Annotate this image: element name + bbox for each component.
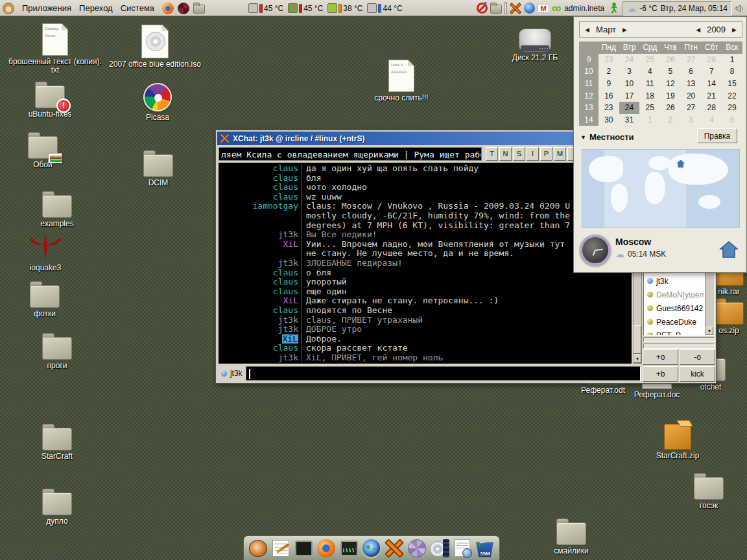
message-input[interactable] (246, 366, 641, 381)
desktop-icon-StarCraft.zip[interactable]: StarCraft.zip (629, 420, 726, 460)
swirl-tray-icon[interactable] (524, 3, 535, 14)
chat-nick[interactable]: iamnotgay (219, 202, 302, 211)
calendar-day[interactable]: 3 (681, 114, 702, 126)
scrollbar-thumb[interactable] (634, 325, 641, 354)
desktop-icon-DCIM[interactable]: DCIM (110, 149, 207, 187)
user-button-+b[interactable]: +b (643, 366, 678, 382)
calendar-day[interactable]: 14 (701, 78, 722, 90)
next-month-icon[interactable]: ▶ (622, 27, 627, 33)
chat-nick[interactable]: claus (219, 268, 302, 278)
prev-year-icon[interactable]: ◀ (696, 27, 700, 33)
calendar-day[interactable]: 18 (639, 89, 660, 102)
dock-text-editor-icon[interactable] (271, 538, 291, 558)
dock-system-monitor-icon[interactable] (339, 538, 359, 558)
user-button-+o[interactable]: +o (643, 349, 678, 365)
calendar-day[interactable]: 26 (660, 102, 681, 114)
desktop-icon-Диск 21,2 ГБ[interactable]: Диск 21,2 ГБ (486, 29, 584, 62)
desktop-icon-examples[interactable]: examples (8, 190, 106, 228)
calendar-day[interactable]: 25 (639, 102, 660, 114)
highlighted-nick[interactable]: XiL (282, 334, 298, 344)
dock-nautilus-shell-icon[interactable] (248, 538, 268, 558)
dock-trash-icon[interactable]: 39M (475, 538, 495, 558)
chat-nick[interactable]: jt3k (219, 230, 302, 240)
chat-nick[interactable]: XiL (219, 240, 302, 250)
dock-bulb-globe-icon[interactable] (362, 538, 382, 558)
calendar-day[interactable]: 30 (599, 114, 619, 126)
co-tray-icon[interactable]: co (552, 3, 560, 13)
chat-nick[interactable]: claus (219, 183, 302, 192)
sensor-applet-2[interactable]: 45 °C (288, 3, 323, 13)
chat-nick[interactable]: claus (219, 344, 302, 353)
chat-nick[interactable] (219, 211, 302, 221)
calendar-day-selected[interactable]: 24 (619, 102, 640, 114)
desktop-icon-брошенный текст (копия). txt[interactable]: CabbagЛогин:брошенный текст (копия). txt (6, 23, 104, 75)
chat-nick[interactable] (219, 249, 302, 259)
calendar-day[interactable]: 23 (599, 54, 619, 66)
calendar-day[interactable]: 26 (660, 54, 681, 66)
chat-nick[interactable]: claus (219, 277, 302, 287)
chat-nick[interactable]: claus (219, 287, 302, 297)
calendar-day[interactable]: 27 (681, 54, 702, 66)
chat-nick[interactable]: XiL (219, 296, 302, 306)
prev-month-icon[interactable]: ◀ (585, 27, 589, 33)
next-year-icon[interactable]: ▶ (732, 27, 737, 33)
calendar-day[interactable]: 29 (722, 102, 742, 114)
sensor-applet-1[interactable]: 45 °C (248, 3, 283, 13)
desktop-icon-Picasa[interactable]: Picasa (109, 83, 206, 122)
calendar-day[interactable]: 3 (619, 65, 640, 78)
calendar-day[interactable]: 21 (701, 89, 722, 102)
gmail-tray-icon[interactable]: M (538, 4, 549, 13)
user-button--o[interactable]: -o (680, 349, 715, 365)
channel-mode-button-M[interactable]: M (554, 147, 566, 161)
sensor-applet-3[interactable]: 38 °C (327, 3, 362, 13)
desktop-icon-дупло[interactable]: дупло (8, 487, 106, 526)
calendar-day[interactable]: 9 (599, 78, 619, 90)
chat-nick[interactable] (219, 221, 302, 231)
chat-nick[interactable]: jt3k (219, 325, 302, 334)
dock-writer-icon[interactable] (452, 538, 472, 558)
movie-player-launcher-icon[interactable] (178, 3, 189, 14)
user-button-kick[interactable]: kick (680, 366, 715, 382)
calendar-day[interactable]: 4 (639, 65, 660, 78)
desktop-icon-срочно слить!!![interactable]: Luke VAAAAAAсрочно слить!!! (353, 60, 450, 102)
calendar-day[interactable]: 16 (599, 89, 619, 102)
volume-icon[interactable] (735, 3, 745, 14)
user-list-item[interactable]: Guest669142 (644, 301, 714, 315)
userlist-entry-2[interactable] (643, 344, 715, 349)
channel-mode-button-T[interactable]: T (486, 147, 498, 161)
calendar-day[interactable]: 4 (701, 114, 722, 126)
topic-input[interactable]: ляем Ксила с овладеванием ящериками | Ру… (219, 147, 482, 161)
desktop-icon-StarCraft[interactable]: StarCraft (8, 423, 106, 461)
dock-movie-pinwheel-icon[interactable] (407, 538, 427, 558)
menu-Переход[interactable]: Переход (75, 1, 117, 15)
user-list-item[interactable]: jt3k (644, 274, 714, 288)
calendar-day[interactable]: 5 (722, 114, 742, 126)
desktop-icon-госэк[interactable]: госэк (660, 472, 747, 510)
chat-nick[interactable]: claus (219, 306, 302, 316)
chat-nick[interactable]: claus (219, 192, 302, 202)
calendar-day[interactable]: 1 (639, 114, 660, 126)
calendar-day[interactable]: 17 (619, 89, 640, 102)
channel-mode-button-S[interactable]: S (513, 147, 525, 161)
dock-media-cd-icon[interactable] (429, 538, 449, 558)
channel-mode-button-P[interactable]: P (540, 147, 552, 161)
user-list-item[interactable]: PeaceDuke (644, 315, 714, 329)
calendar-day[interactable]: 8 (722, 65, 742, 78)
network-man-icon[interactable] (608, 3, 620, 14)
calendar-day[interactable]: 11 (639, 78, 660, 90)
locations-header[interactable]: ▼ Местности (580, 132, 634, 142)
calendar-day[interactable]: 25 (639, 54, 660, 66)
calendar-day[interactable]: 2 (660, 114, 681, 126)
chat-nick[interactable]: claus (219, 164, 302, 174)
dock-xchat-icon[interactable] (384, 538, 404, 558)
user-list-item[interactable]: PET_P (644, 329, 714, 336)
dock-firefox-icon[interactable] (316, 538, 337, 558)
chat-nick[interactable]: jt3k (219, 353, 302, 363)
xchat-tray-icon[interactable] (510, 3, 521, 14)
calendar-day[interactable]: 27 (681, 102, 702, 114)
scroll-down-icon[interactable]: ▼ (634, 355, 641, 363)
distro-logo-icon[interactable] (3, 3, 14, 14)
chat-nick[interactable]: XiL (219, 334, 302, 344)
block-tray-icon[interactable] (477, 3, 488, 14)
calendar-day[interactable]: 20 (681, 89, 702, 102)
